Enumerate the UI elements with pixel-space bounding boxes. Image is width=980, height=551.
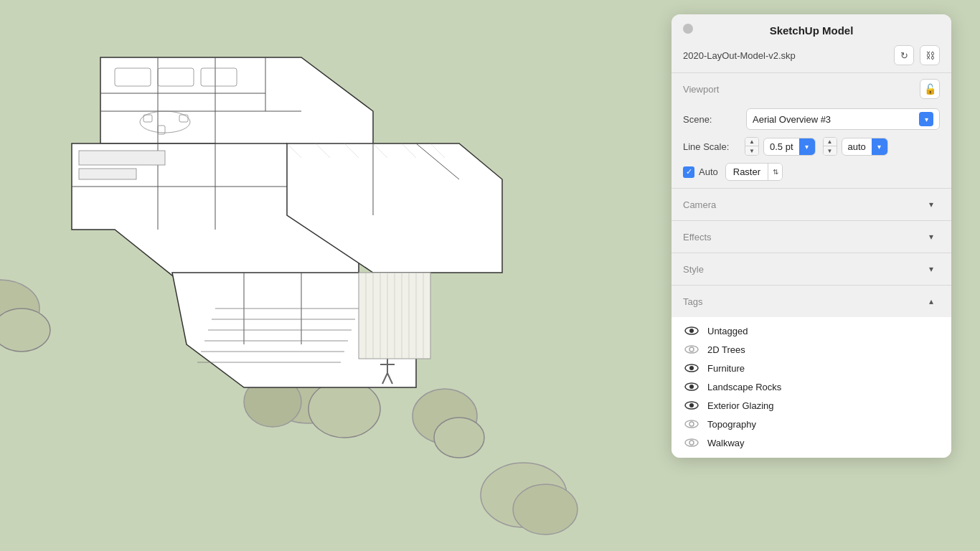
viewport-lock-button[interactable]: 🔓 xyxy=(920,79,940,99)
camera-section-header[interactable]: Camera ▾ xyxy=(672,189,951,220)
svg-point-2 xyxy=(513,484,578,534)
render-mode-value: Raster xyxy=(726,164,768,180)
file-name: 2020-LayOut-Model-v2.skp xyxy=(683,50,796,61)
scene-value: Aerial Overview #3 xyxy=(753,114,831,125)
svg-point-65 xyxy=(689,347,694,352)
stepper-auto-down-button[interactable]: ▼ xyxy=(824,146,837,155)
auto-checkbox[interactable]: ✓ xyxy=(683,166,694,178)
tag-eye-furniture[interactable] xyxy=(683,362,700,374)
tag-item-topography[interactable]: Topography xyxy=(672,415,951,433)
tag-label-2d-trees: 2D Trees xyxy=(707,344,745,355)
lock-icon: 🔓 xyxy=(924,83,936,95)
line-scale-label: Line Scale: xyxy=(683,141,740,152)
camera-label: Camera xyxy=(683,199,716,210)
tag-label-walkway: Walkway xyxy=(707,438,745,448)
svg-point-4 xyxy=(0,309,50,352)
tag-eye-2d-trees[interactable] xyxy=(683,344,700,355)
style-label: Style xyxy=(683,264,704,275)
stepper-down-button[interactable]: ▼ xyxy=(745,146,758,155)
link-icon: ⛓ xyxy=(925,50,935,61)
scene-row: Scene: Aerial Overview #3 ▾ xyxy=(672,105,951,133)
scene-select[interactable]: Aerial Overview #3 ▾ xyxy=(746,108,940,130)
scene-arrow-icon: ▾ xyxy=(919,112,933,126)
line-scale-value: 0.5 pt xyxy=(764,138,799,155)
tag-item-furniture[interactable]: Furniture xyxy=(672,359,951,377)
tags-section-header[interactable]: Tags ▴ xyxy=(672,286,951,317)
style-section-header[interactable]: Style ▾ xyxy=(672,253,951,285)
line-scale-dropdown-icon[interactable]: ▾ xyxy=(799,138,815,155)
tag-item-walkway[interactable]: Walkway xyxy=(672,433,951,452)
auto-label: Auto xyxy=(699,166,718,177)
render-mode-select[interactable]: Raster ⇅ xyxy=(725,163,783,181)
svg-point-69 xyxy=(689,385,694,389)
refresh-button[interactable]: ↻ xyxy=(894,45,914,65)
tag-label-exterior-glazing: Exterior Glazing xyxy=(707,400,773,411)
file-row: 2020-LayOut-Model-v2.skp ↻ ⛓ xyxy=(672,42,951,72)
tags-list: Untagged 2D Trees Furniture Landscape Ro… xyxy=(672,317,951,458)
svg-rect-61 xyxy=(79,169,136,179)
scene-label: Scene: xyxy=(683,114,740,125)
panel-title: SketchUp Model xyxy=(770,24,854,37)
svg-point-75 xyxy=(689,441,694,445)
effects-section-header[interactable]: Effects ▾ xyxy=(672,221,951,253)
line-scale-row: Line Scale: ▲ ▼ 0.5 pt ▾ ▲ ▼ auto ▾ xyxy=(672,133,951,159)
line-scale-value-box[interactable]: 0.5 pt ▾ xyxy=(763,138,816,156)
tag-item-2d-trees[interactable]: 2D Trees xyxy=(672,340,951,359)
viewport-row: Viewport 🔓 xyxy=(672,73,951,105)
panel-header: SketchUp Model xyxy=(672,14,951,42)
effects-label: Effects xyxy=(683,232,712,242)
tag-label-untagged: Untagged xyxy=(707,326,748,336)
tag-item-exterior-glazing[interactable]: Exterior Glazing xyxy=(672,396,951,415)
style-chevron-icon: ▾ xyxy=(923,260,940,278)
tag-item-untagged[interactable]: Untagged xyxy=(672,321,951,340)
viewport-label: Viewport xyxy=(683,84,719,95)
tag-eye-landscape-rocks[interactable] xyxy=(683,381,700,392)
tag-eye-exterior-glazing[interactable] xyxy=(683,400,700,411)
architectural-drawing xyxy=(0,0,639,551)
svg-point-73 xyxy=(689,422,694,426)
tags-label: Tags xyxy=(683,296,702,307)
line-scale-auto-box[interactable]: auto ▾ xyxy=(842,138,888,156)
link-button[interactable]: ⛓ xyxy=(920,45,940,65)
effects-chevron-icon: ▾ xyxy=(923,228,940,245)
refresh-icon: ↻ xyxy=(900,50,908,61)
tag-eye-topography[interactable] xyxy=(683,418,700,430)
tag-eye-walkway[interactable] xyxy=(683,437,700,448)
camera-chevron-icon: ▾ xyxy=(923,196,940,213)
tags-chevron-icon: ▴ xyxy=(923,293,940,310)
line-scale-auto-stepper[interactable]: ▲ ▼ xyxy=(823,137,837,156)
auto-checkbox-wrap: ✓ Auto xyxy=(683,166,718,178)
tag-label-furniture: Furniture xyxy=(707,363,745,374)
line-scale-auto-dropdown-icon[interactable]: ▾ xyxy=(872,138,887,155)
line-scale-auto-value: auto xyxy=(842,138,872,155)
svg-point-67 xyxy=(689,366,694,370)
svg-point-71 xyxy=(689,403,694,408)
svg-point-6 xyxy=(308,380,380,438)
tag-item-landscape-rocks[interactable]: Landscape Rocks xyxy=(672,377,951,396)
line-scale-stepper[interactable]: ▲ ▼ xyxy=(745,137,759,156)
render-mode-arrow-icon: ⇅ xyxy=(768,164,782,180)
tag-label-topography: Topography xyxy=(707,419,756,430)
tag-eye-untagged[interactable] xyxy=(683,325,700,336)
file-action-icons: ↻ ⛓ xyxy=(894,45,940,65)
auto-raster-row: ✓ Auto Raster ⇅ xyxy=(672,159,951,188)
sketchup-model-panel: SketchUp Model 2020-LayOut-Model-v2.skp … xyxy=(672,14,951,458)
tag-label-landscape-rocks: Landscape Rocks xyxy=(707,382,781,392)
svg-point-9 xyxy=(434,418,484,458)
stepper-auto-up-button[interactable]: ▲ xyxy=(824,138,837,146)
stepper-up-button[interactable]: ▲ xyxy=(745,138,758,146)
svg-rect-60 xyxy=(79,151,165,165)
svg-point-63 xyxy=(689,329,694,333)
panel-dot xyxy=(683,24,693,34)
